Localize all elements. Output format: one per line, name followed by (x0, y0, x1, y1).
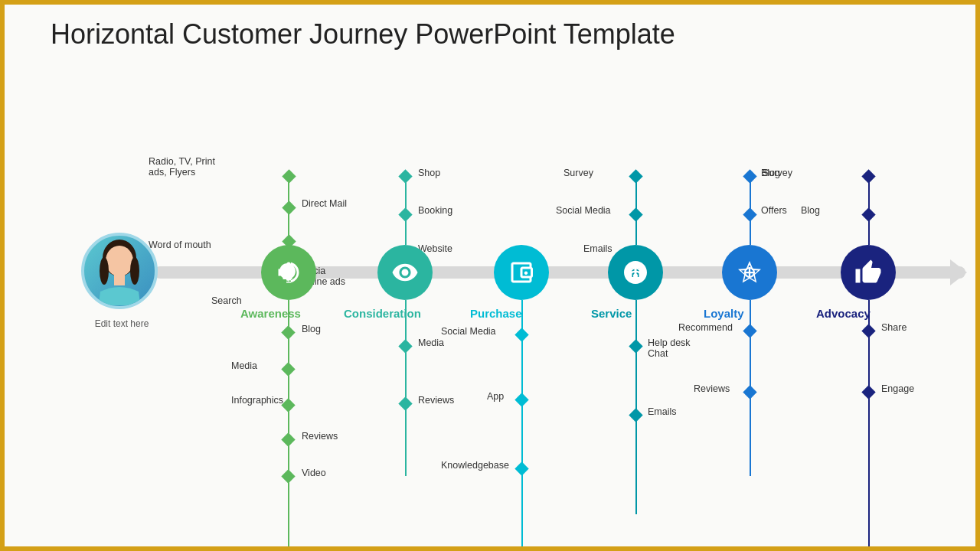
service-diamond-top1 (629, 169, 642, 183)
awareness-below-4: Reviews (302, 431, 338, 442)
awareness-above-3: Search (211, 295, 242, 306)
purchase-label: Purchase (470, 307, 522, 320)
consideration-below-2: Reviews (418, 395, 454, 406)
advocacy-below-2: Engage (881, 383, 914, 394)
awareness-icon (275, 259, 302, 286)
advocacy-diamond-top2 (861, 207, 875, 221)
journey-arrow (950, 259, 967, 285)
service-label: Service (591, 307, 632, 320)
loyalty-below-1: Recommend (678, 322, 733, 333)
service-above-2: Social Media (556, 205, 611, 216)
service-icon (622, 259, 649, 286)
service-diamond-top2 (629, 207, 642, 221)
person-icon (89, 236, 150, 305)
awareness-circle (261, 245, 316, 300)
consideration-above-1: Shop (418, 168, 440, 178)
awareness-below-5: Video (302, 468, 326, 478)
awareness-label: Awareness (240, 307, 301, 320)
advocacy-below-1: Share (881, 322, 906, 333)
purchase-below-1: Social Media (441, 326, 496, 337)
awareness-above-right-1: Direct Mail (302, 198, 347, 209)
purchase-diamond-bot1 (514, 328, 528, 341)
awareness-below-3: Infographics (231, 395, 283, 406)
purchase-icon (508, 259, 535, 286)
slide-title: Horizontal Customer Journey PowerPoint T… (51, 18, 945, 51)
advocacy-above-blog: Blog (801, 205, 820, 216)
service-below-1: Help deskChat (648, 337, 691, 359)
awareness-below-1: Blog (302, 324, 321, 334)
consideration-diamond-bot2 (398, 396, 412, 410)
consideration-icon (391, 259, 419, 286)
awareness-diamond-bot5 (281, 469, 295, 483)
loyalty-diamond-top1 (743, 169, 756, 183)
service-above-3: Emails (583, 243, 612, 254)
consideration-label: Consideration (344, 307, 421, 320)
loyalty-diamond-top2 (743, 207, 756, 221)
person-edit-label: Edit text here (80, 318, 164, 329)
svg-rect-4 (114, 275, 125, 285)
advocacy-diamond-bot2 (861, 385, 875, 399)
advocacy-icon (854, 259, 882, 286)
awareness-below-2: Media (231, 360, 257, 371)
person-avatar (81, 233, 158, 309)
loyalty-diamond-bot2 (743, 385, 756, 399)
consideration-diamond-top1 (398, 169, 412, 183)
purchase-diamond-bot2 (514, 393, 528, 406)
loyalty-label: Loyalty (704, 307, 744, 320)
advocacy-diamond-top1 (861, 169, 875, 183)
service-below-2: Emails (648, 406, 677, 417)
awareness-diamond-top2 (282, 201, 296, 214)
advocacy-survey: Survey (763, 168, 792, 178)
awareness-diamond-top1 (282, 169, 296, 183)
service-above-1: Survey (564, 168, 593, 178)
loyalty-icon (736, 259, 763, 286)
consideration-vline-bottom (405, 300, 407, 476)
service-diamond-bot1 (629, 339, 642, 353)
consideration-above-2: Booking (418, 205, 452, 216)
journey-area: Edit text here Radio, TV, Printads, Flye… (35, 58, 945, 494)
svg-point-6 (633, 274, 638, 279)
consideration-below-1: Media (418, 337, 444, 348)
awareness-above-2: Word of mouth (149, 240, 211, 250)
slide: Horizontal Customer Journey PowerPoint T… (5, 5, 975, 546)
awareness-diamond-bot1 (281, 325, 295, 339)
advocacy-circle (841, 245, 896, 300)
service-diamond-bot2 (629, 408, 642, 422)
loyalty-above-2: Offers (761, 205, 787, 216)
purchase-below-2: App (487, 391, 504, 402)
purchase-diamond-bot3 (514, 461, 528, 475)
advocacy-label: Advocacy (816, 307, 871, 320)
consideration-diamond-bot1 (398, 339, 412, 353)
consideration-circle (377, 245, 433, 300)
awareness-diamond-bot4 (281, 432, 295, 446)
consideration-diamond-top2 (398, 207, 412, 221)
purchase-circle (494, 245, 549, 300)
purchase-below-3: Knowledgebase (441, 460, 509, 471)
svg-point-3 (130, 257, 139, 285)
svg-point-1 (106, 246, 133, 276)
service-circle (608, 245, 663, 300)
svg-point-2 (100, 257, 109, 285)
loyalty-circle (722, 245, 777, 300)
advocacy-diamond-bot1 (861, 324, 875, 337)
awareness-diamond-bot2 (281, 362, 295, 376)
awareness-above-1: Radio, TV, Printads, Flyers (149, 156, 215, 178)
loyalty-diamond-bot1 (743, 324, 756, 337)
service-vline-bottom (635, 300, 637, 514)
loyalty-below-2: Reviews (694, 383, 730, 394)
